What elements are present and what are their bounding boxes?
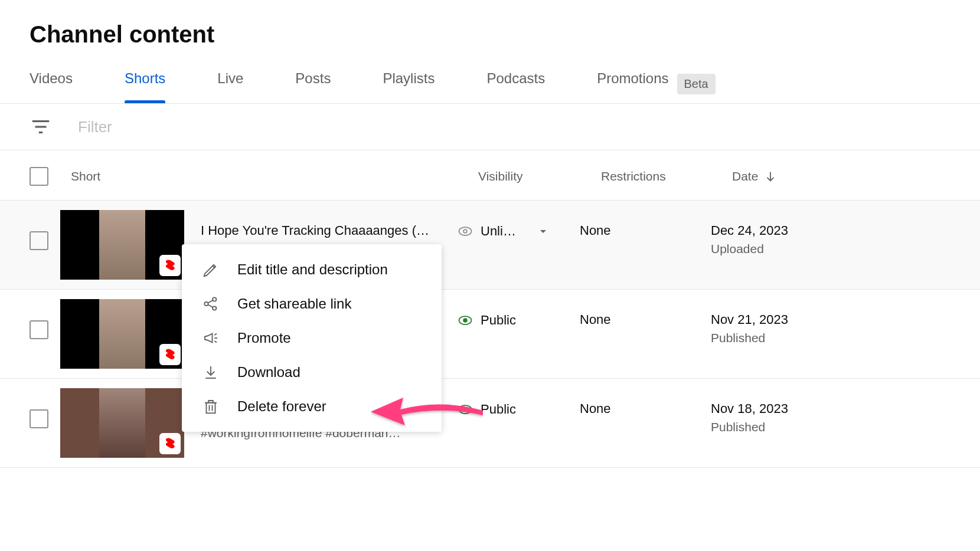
tab-live[interactable]: Live xyxy=(217,64,243,103)
annotation-arrow xyxy=(371,387,483,434)
filter-icon[interactable] xyxy=(30,116,52,138)
svg-line-16 xyxy=(214,334,217,336)
column-short[interactable]: Short xyxy=(71,169,478,183)
share-icon xyxy=(202,295,220,313)
svg-line-15 xyxy=(208,305,213,308)
column-visibility[interactable]: Visibility xyxy=(478,169,601,183)
date-text: Dec 24, 2023 xyxy=(711,223,829,238)
menu-share-link[interactable]: Get shareable link xyxy=(182,287,442,321)
tab-playlists[interactable]: Playlists xyxy=(383,64,435,103)
download-icon xyxy=(202,363,220,381)
menu-label: Delete forever xyxy=(237,398,326,415)
restrictions-cell: None xyxy=(580,299,711,327)
tabs: Videos Shorts Live Posts Playlists Podca… xyxy=(0,64,980,104)
svg-point-4 xyxy=(459,227,472,235)
menu-label: Edit title and description xyxy=(237,261,388,278)
sort-down-icon xyxy=(764,170,777,183)
svg-point-12 xyxy=(213,297,216,301)
column-date[interactable]: Date xyxy=(732,169,850,183)
visibility-text: Public xyxy=(481,402,516,417)
svg-point-7 xyxy=(463,319,467,322)
megaphone-icon xyxy=(202,329,220,347)
row-checkbox[interactable] xyxy=(30,231,48,250)
date-cell: Nov 21, 2023 Published xyxy=(711,299,829,345)
column-date-label: Date xyxy=(732,169,758,183)
svg-point-13 xyxy=(213,306,216,310)
visibility-text: Unli… xyxy=(481,224,516,239)
date-status: Published xyxy=(711,331,829,345)
visibility-public-icon xyxy=(457,312,473,329)
video-title[interactable]: I Hope You're Tracking Chaaaanges (… xyxy=(201,223,457,238)
table-row[interactable]: Public None Nov 21, 2023 Published xyxy=(0,290,980,379)
shorts-badge-icon xyxy=(159,255,181,276)
visibility-cell[interactable]: Public xyxy=(457,299,580,329)
date-text: Nov 21, 2023 xyxy=(711,312,829,327)
filter-input[interactable]: Filter xyxy=(78,118,112,136)
beta-badge: Beta xyxy=(677,74,716,94)
visibility-unlisted-icon xyxy=(457,223,473,240)
menu-download[interactable]: Download xyxy=(182,355,442,389)
dropdown-icon[interactable] xyxy=(536,224,550,238)
table-row[interactable]: I Hope You're Tracking Chaaaanges (… Unl… xyxy=(0,201,980,290)
menu-label: Get shareable link xyxy=(237,296,351,312)
svg-point-5 xyxy=(463,229,467,233)
svg-point-11 xyxy=(204,302,208,306)
date-status: Uploaded xyxy=(711,242,829,256)
tab-shorts[interactable]: Shorts xyxy=(125,64,165,103)
visibility-text: Public xyxy=(481,313,516,328)
table-row[interactable]: Do you have an "assistant" too? #working… xyxy=(0,379,980,468)
thumbnail[interactable] xyxy=(60,388,184,458)
tab-videos[interactable]: Videos xyxy=(30,64,73,103)
select-all-checkbox[interactable] xyxy=(30,167,48,186)
filter-row: Filter xyxy=(0,104,980,150)
tab-promotions[interactable]: Promotions xyxy=(597,64,668,103)
trash-icon xyxy=(202,398,220,415)
date-cell: Dec 24, 2023 Uploaded xyxy=(711,210,829,256)
column-restrictions[interactable]: Restrictions xyxy=(601,169,732,183)
row-checkbox[interactable] xyxy=(30,320,48,339)
svg-rect-21 xyxy=(207,403,215,414)
table-header: Short Visibility Restrictions Date xyxy=(0,150,980,201)
restrictions-cell: None xyxy=(580,210,711,238)
restrictions-cell: None xyxy=(580,388,711,416)
pencil-icon xyxy=(202,261,220,278)
date-text: Nov 18, 2023 xyxy=(711,401,829,416)
tab-posts[interactable]: Posts xyxy=(295,64,331,103)
menu-label: Promote xyxy=(237,330,291,346)
date-cell: Nov 18, 2023 Published xyxy=(711,388,829,434)
menu-label: Download xyxy=(237,364,300,381)
svg-line-18 xyxy=(214,341,217,343)
tab-podcasts[interactable]: Podcasts xyxy=(486,64,545,103)
menu-edit-title[interactable]: Edit title and description xyxy=(182,252,442,287)
thumbnail[interactable] xyxy=(60,210,184,280)
page-title: Channel content xyxy=(0,0,980,64)
date-status: Published xyxy=(711,420,829,434)
menu-promote[interactable]: Promote xyxy=(182,321,442,355)
thumbnail[interactable] xyxy=(60,299,184,369)
svg-line-14 xyxy=(208,300,213,303)
visibility-cell[interactable]: Unli… xyxy=(457,210,580,240)
row-checkbox[interactable] xyxy=(30,409,48,428)
title-block: I Hope You're Tracking Chaaaanges (… xyxy=(201,210,457,238)
shorts-badge-icon xyxy=(159,433,181,454)
shorts-badge-icon xyxy=(159,344,181,365)
